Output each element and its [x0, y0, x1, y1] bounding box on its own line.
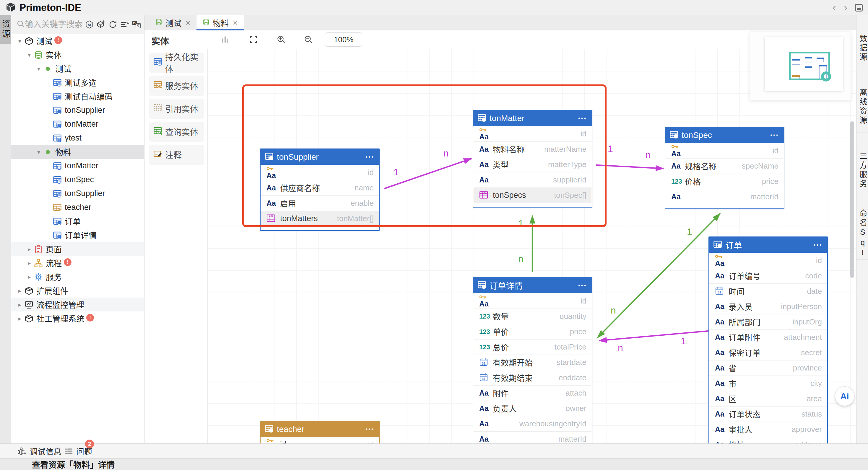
palette-item-服务实体[interactable]: 服务实体 [149, 75, 204, 96]
tree-item-流程[interactable]: ▸流程! [11, 256, 144, 270]
ai-icon[interactable]: AI [85, 20, 94, 29]
entity-menu-icon[interactable]: ••• [770, 132, 779, 138]
field-row-enddate[interactable]: 31有效期结束enddate [473, 370, 592, 385]
chevron-right-icon[interactable]: ▸ [25, 246, 34, 253]
chevron-right-icon[interactable]: ▸ [16, 315, 24, 322]
field-row-quantity[interactable]: 123数量quantity [473, 308, 592, 324]
field-row-price[interactable]: 123价格price [665, 174, 784, 189]
tree-item-tonMatter[interactable]: tonMatter [11, 159, 144, 173]
entity-header[interactable]: teacher••• [260, 421, 379, 437]
field-row-inputPerson[interactable]: Aa录入员inputPerson [709, 299, 827, 314]
chevron-down-icon[interactable]: ▾ [34, 65, 43, 72]
field-row-attachment[interactable]: Aa订单附件attachment [709, 330, 827, 345]
relation-arrow-4[interactable] [599, 331, 709, 341]
field-row-id[interactable]: Aaid [473, 293, 592, 308]
field-row-totalPrice[interactable]: 123总价totalPrice [473, 339, 592, 355]
zoom-level[interactable]: 100% [325, 32, 362, 47]
entity-menu-icon[interactable]: ••• [578, 282, 587, 289]
editor-tab-测试[interactable]: 测试× [149, 15, 196, 30]
stats-icon[interactable] [220, 35, 230, 44]
relation-arrow-3[interactable] [597, 213, 720, 338]
tree-item-页面[interactable]: ▸页面 [11, 242, 144, 256]
rail-tab-数据源[interactable]: 数据源 [857, 15, 868, 69]
tree-item-测试[interactable]: ▾测试! [11, 34, 144, 48]
entity-teacher[interactable]: teacher•••Aaidid [260, 421, 380, 443]
rail-tab-命名Sql[interactable]: 命名Sql [857, 196, 868, 260]
field-row-id[interactable]: Aaid [665, 143, 784, 158]
tree-item-tonMatter[interactable]: tonMatter [11, 117, 144, 131]
field-row-attach[interactable]: Aa附件attach [473, 385, 592, 401]
minimap[interactable] [750, 32, 851, 100]
translate-icon[interactable]: En文 [132, 20, 141, 29]
tree-item-测试多选[interactable]: 测试多选 [11, 75, 144, 90]
history-forward-icon[interactable]: › [844, 2, 847, 13]
entity-订单详情[interactable]: 订单详情•••Aaid123数量quantity123单价price123总价t… [473, 277, 592, 443]
field-row-id[interactable]: Aaid [709, 253, 827, 268]
tree-item-扩展组件[interactable]: ▸扩展组件 [11, 284, 144, 298]
chevron-down-icon[interactable]: ▾ [16, 37, 24, 44]
collapse-sort-icon[interactable] [120, 20, 129, 29]
chevron-down-icon[interactable]: ▾ [25, 52, 34, 59]
entity-header[interactable]: 订单••• [709, 237, 827, 253]
field-row-id[interactable]: Aaidid [260, 437, 379, 443]
entity-header[interactable]: 订单详情••• [473, 277, 592, 293]
field-row-code[interactable]: Aa订单编号code [709, 268, 827, 283]
tree-item-物料[interactable]: ▾物料 [11, 145, 144, 159]
rail-tab-resources[interactable]: 资源 [0, 15, 11, 44]
tree-item-测试自动编码[interactable]: 测试自动编码 [11, 90, 144, 103]
zoom-in-icon[interactable] [276, 35, 286, 44]
entity-menu-icon[interactable]: ••• [814, 242, 823, 248]
palette-item-查询实体[interactable]: 查询实体 [149, 122, 204, 142]
tab-close-icon[interactable]: × [233, 18, 238, 28]
editor-tab-物料[interactable]: 物料× [196, 15, 244, 30]
search-input[interactable] [25, 20, 83, 29]
tree-item-订单[interactable]: 订单 [11, 214, 144, 228]
field-row-specName[interactable]: Aa规格名称specName [665, 158, 784, 174]
tree-item-tonSupplier[interactable]: tonSupplier [11, 187, 144, 200]
field-row-matterId[interactable]: AamatterId [665, 189, 784, 204]
palette-item-注释[interactable]: 注释 [149, 145, 204, 165]
field-row-inputOrg[interactable]: Aa所属部门inputOrg [709, 314, 827, 330]
field-row-secret[interactable]: Aa保密订单secret [709, 345, 827, 360]
tree-item-tonSpec[interactable]: tonSpec [11, 173, 144, 187]
entity-header[interactable]: tonSpec••• [665, 127, 784, 143]
field-row-province[interactable]: Aa省province [709, 360, 827, 375]
field-row-date[interactable]: 31时间date [709, 283, 827, 299]
save-panel-icon[interactable] [855, 4, 863, 11]
rail-tab-离线资源[interactable]: 离线资源 [857, 69, 868, 133]
entity-订单[interactable]: 订单•••AaidAa订单编号code31时间dateAa录入员inputPer… [709, 236, 828, 443]
chevron-right-icon[interactable]: ▸ [16, 287, 24, 294]
history-back-icon[interactable]: ‹ [833, 2, 836, 13]
debug-info-tab[interactable]: 调试信息 [17, 444, 61, 459]
chevron-right-icon[interactable]: ▸ [16, 301, 24, 308]
field-row-warehousingentryId[interactable]: AawarehousingentryId [473, 416, 592, 431]
chevron-right-icon[interactable]: ▸ [25, 260, 34, 267]
tab-close-icon[interactable]: × [186, 18, 190, 28]
tree-item-测试[interactable]: ▾测试 [11, 62, 144, 75]
palette-item-引用实体[interactable]: 引用实体 [149, 99, 204, 119]
field-row-matterId[interactable]: AamatterId [473, 431, 592, 443]
tree-item-流程监控管理[interactable]: ▸流程监控管理 [11, 298, 144, 311]
entity-menu-icon[interactable]: ••• [366, 426, 374, 432]
fit-screen-icon[interactable] [248, 35, 258, 44]
rail-tab-三方服务[interactable]: 三方服务 [857, 133, 868, 196]
chevron-right-icon[interactable]: ▸ [25, 273, 34, 280]
tree-item-社工管理系统[interactable]: ▸社工管理系统! [11, 311, 144, 325]
new-component-icon[interactable] [96, 20, 106, 29]
field-row-owner[interactable]: Aa负责人owner [473, 401, 592, 416]
entity-tonSpec[interactable]: tonSpec•••AaidAa规格名称specName123价格priceAa… [665, 127, 784, 209]
field-row-status[interactable]: Aa订单状态status [709, 406, 827, 422]
chevron-down-icon[interactable]: ▾ [34, 148, 43, 156]
field-row-approver[interactable]: Aa审批人approver [709, 422, 827, 437]
zoom-out-icon[interactable] [303, 35, 313, 44]
tree-item-ytest[interactable]: ytest [11, 131, 144, 145]
tree-item-服务[interactable]: ▸服务 [11, 270, 144, 284]
canvas-vertical-scrollbar[interactable] [850, 121, 854, 278]
tree-item-订单详情[interactable]: 订单详情 [11, 228, 144, 242]
minimap-resize-handle[interactable] [821, 71, 831, 81]
tree-item-teacher[interactable]: teacher [11, 200, 144, 214]
diagram-canvas[interactable]: 1n1n1n1n1n tonSupplier•••AaidAa供应商名称name… [208, 49, 856, 443]
palette-item-持久化实体[interactable]: 持久化实体 [149, 53, 204, 73]
field-row-startdate[interactable]: 31有效期开始startdate [473, 355, 592, 370]
tree-item-实体[interactable]: ▾实体 [11, 48, 144, 62]
